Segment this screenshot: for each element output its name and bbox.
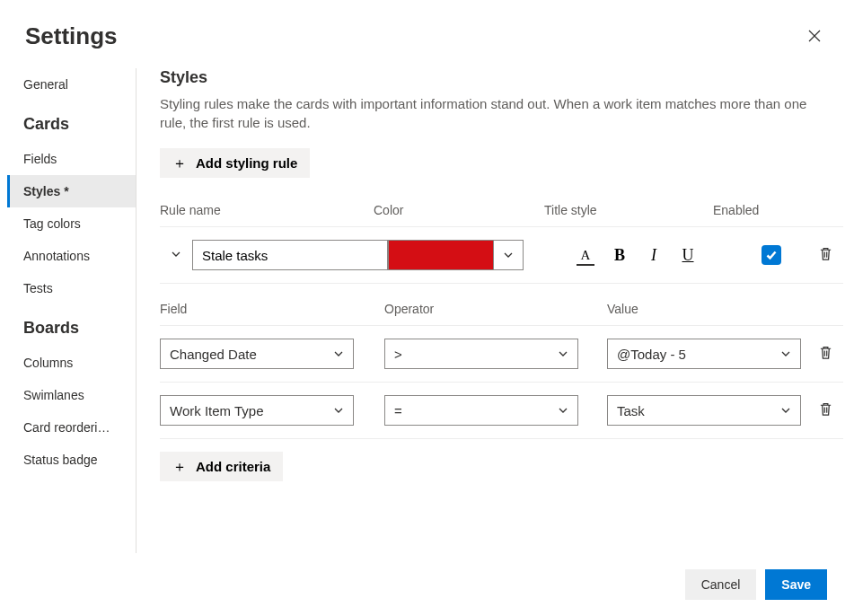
underline-icon: U [682,246,694,265]
criteria-field-dropdown[interactable]: Changed Date [160,339,354,369]
cancel-button[interactable]: Cancel [685,569,757,600]
chevron-down-icon [333,348,344,359]
rule-row: A B I U [160,226,843,284]
sidebar-group-cards: Cards [7,101,136,143]
plus-icon: ＋ [172,156,187,171]
color-swatch[interactable] [388,240,493,270]
enabled-checkbox[interactable] [762,245,781,265]
sidebar-item-status-badge[interactable]: Status badge [7,444,136,476]
add-criteria-label: Add criteria [196,459,270,474]
italic-icon: I [651,246,656,265]
criteria-col-field: Field [160,302,384,316]
criteria-value-dropdown[interactable]: @Today - 5 [607,339,801,369]
dialog-title: Settings [25,22,118,50]
sidebar-item-columns[interactable]: Columns [7,347,136,379]
criteria-field-dropdown[interactable]: Work Item Type [160,395,354,426]
rule-name-input[interactable] [192,240,388,270]
bold-button[interactable]: B [608,243,631,267]
sidebar-group-boards: Boards [7,304,136,347]
main-panel: Styles Styling rules make the cards with… [136,68,854,553]
trash-icon [818,345,833,360]
rule-column-headers: Rule name Color Title style Enabled [160,203,843,226]
underline-button[interactable]: U [676,243,700,267]
criteria-row: Changed Date > @Today - 5 [160,325,843,382]
criteria-value-value: Task [617,403,645,418]
chevron-down-icon [171,249,181,260]
chevron-down-icon [558,348,568,359]
criteria-row: Work Item Type = Task [160,382,843,438]
sidebar-item-annotations[interactable]: Annotations [7,240,136,272]
plus-icon: ＋ [172,460,187,474]
sidebar: General Cards Fields Styles * Tag colors… [0,68,136,553]
trash-icon [818,246,833,261]
criteria-operator-dropdown[interactable]: = [384,395,578,426]
chevron-down-icon [503,250,514,260]
col-color: Color [374,203,544,217]
sidebar-item-card-reordering[interactable]: Card reorderi… [7,411,136,444]
dialog-footer: Cancel Save [0,553,854,616]
trash-icon [818,401,833,417]
check-icon [765,249,778,261]
expand-rule-toggle[interactable] [171,248,181,262]
criteria-col-value: Value [607,302,805,316]
color-dropdown[interactable] [493,240,524,270]
add-criteria-button[interactable]: ＋ Add criteria [160,452,283,481]
chevron-down-icon [780,405,791,416]
criteria-operator-dropdown[interactable]: > [384,339,578,369]
sidebar-item-general[interactable]: General [7,68,136,101]
font-color-button[interactable]: A [574,243,597,267]
panel-heading: Styles [160,68,843,87]
criteria-value-dropdown[interactable]: Task [607,395,801,426]
criteria-field-value: Changed Date [170,347,257,362]
delete-rule-button[interactable] [818,246,833,264]
chevron-down-icon [333,405,344,416]
save-button[interactable]: Save [765,569,827,600]
panel-description: Styling rules make the cards with import… [160,94,824,132]
sidebar-item-tests[interactable]: Tests [7,272,136,304]
close-button[interactable] [800,22,829,50]
chevron-down-icon [780,348,791,359]
sidebar-item-fields[interactable]: Fields [7,143,136,175]
criteria-operator-value: = [394,403,402,418]
chevron-down-icon [558,405,568,416]
delete-criteria-button[interactable] [818,401,833,419]
col-rule-name: Rule name [160,203,374,217]
bold-icon: B [614,246,625,265]
criteria-headers: Field Operator Value [160,284,843,325]
sidebar-item-swimlanes[interactable]: Swimlanes [7,379,136,411]
close-icon [807,29,822,43]
add-styling-rule-button[interactable]: ＋ Add styling rule [160,148,310,178]
criteria-field-value: Work Item Type [170,403,263,418]
criteria-col-operator: Operator [384,302,607,316]
sidebar-item-tag-colors[interactable]: Tag colors [7,207,136,240]
criteria-operator-value: > [394,347,402,362]
font-color-icon: A [581,249,591,262]
add-styling-rule-label: Add styling rule [196,155,297,171]
italic-button[interactable]: I [642,243,665,267]
delete-criteria-button[interactable] [818,345,833,363]
sidebar-item-styles[interactable]: Styles * [7,175,136,207]
criteria-value-value: @Today - 5 [617,347,686,362]
col-enabled: Enabled [713,203,785,217]
col-title-style: Title style [544,203,713,217]
